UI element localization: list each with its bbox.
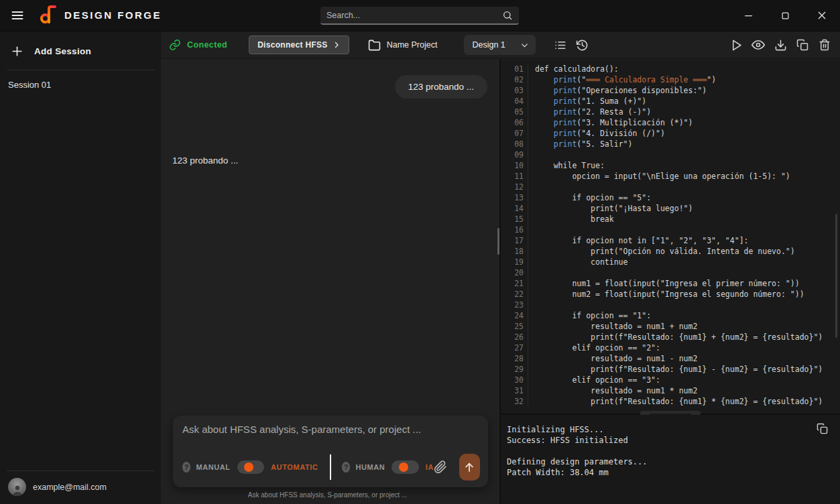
window-controls	[738, 5, 832, 25]
list-view-icon[interactable]	[553, 38, 566, 52]
chat-panel: 123 probando ... 123 probando ... ? MANU…	[161, 59, 499, 504]
code-line: 17 if opcion not in ["1", "2", "3", "4"]…	[506, 235, 840, 246]
user-email: example@mail.com	[33, 483, 107, 492]
code-line: 11 opcion = input("\nElige una operación…	[506, 171, 840, 182]
code-line: 14 print("¡Hasta luego!")	[506, 203, 840, 214]
console-line: Success: HFSS initialized	[507, 435, 840, 446]
human-label: HUMAN	[355, 463, 385, 471]
console-output: Initializing HFSS...Success: HFSS initia…	[507, 424, 840, 478]
composer-hint: Ask about HFSS analysis, S-parameters, o…	[161, 491, 494, 499]
human-ia-toggle[interactable]	[392, 460, 418, 474]
code-editor[interactable]: 01def calculadora():02 print("═══ Calcul…	[501, 60, 840, 414]
minimize-button[interactable]	[738, 5, 758, 25]
code-line: 08 print("5. Salir")	[506, 139, 840, 149]
code-action-controls	[729, 38, 831, 52]
code-line: 04 print("1. Suma (+)")	[506, 96, 840, 107]
toggle-group-divider	[330, 454, 331, 480]
code-line: 27 elif opcion == "2":	[506, 342, 840, 353]
code-line: 16	[506, 225, 840, 235]
download-icon[interactable]	[774, 38, 787, 52]
design-selector[interactable]: Design 1	[464, 35, 536, 55]
chevron-down-icon	[520, 41, 529, 50]
code-line: 05 print("2. Resta (-)")	[506, 107, 840, 117]
chat-input[interactable]	[182, 424, 479, 450]
chat-composer: ? MANUAL AUTOMATIC ? HUMAN IA	[173, 416, 488, 487]
maximize-button[interactable]	[775, 5, 795, 25]
add-session-label: Add Session	[34, 46, 91, 56]
avatar[interactable]	[8, 478, 26, 496]
code-line: 23	[506, 300, 840, 310]
plus-icon	[11, 45, 23, 58]
code-line: 31 resultado = num1 * num2	[506, 385, 840, 396]
toggle-knob	[399, 462, 408, 472]
search-icon[interactable]	[502, 10, 513, 21]
code-line: 22 num2 = float(input("Ingresa el segund…	[506, 289, 840, 300]
hamburger-menu-icon[interactable]	[9, 7, 26, 24]
connection-status-label: Conected	[187, 40, 227, 50]
history-icon[interactable]	[575, 38, 589, 52]
user-message-bubble: 123 probando ...	[395, 75, 487, 99]
composer-controls: ? MANUAL AUTOMATIC ? HUMAN IA	[182, 454, 480, 481]
sidebar-footer: example@mail.com	[0, 470, 161, 504]
app-title: DESIGN FORGE	[64, 9, 162, 21]
code-line: 29 print(f"Resultado: {num1} - {num2} = …	[506, 364, 840, 375]
toggle-knob	[244, 462, 253, 472]
folder-icon	[368, 39, 381, 52]
project-name-control[interactable]: Name Project	[368, 39, 438, 52]
code-line: 09	[506, 149, 840, 160]
project-name-label: Name Project	[387, 40, 438, 50]
automatic-label: AUTOMATIC	[271, 463, 318, 471]
code-line: 26 print(f"Resultado: {num1} + {num2} = …	[506, 332, 840, 342]
human-help-icon[interactable]: ?	[342, 462, 350, 472]
assistant-message: 123 probando ...	[172, 155, 238, 166]
add-session-button[interactable]: Add Session	[0, 32, 161, 70]
copy-code-icon[interactable]	[796, 38, 809, 52]
console-line: Initializing HFSS...	[507, 424, 840, 435]
sidebar: Add Session Session 01 example@mail.com	[0, 32, 161, 504]
send-button[interactable]	[459, 454, 480, 481]
connection-status: Conected	[169, 39, 227, 51]
run-icon[interactable]	[729, 38, 743, 52]
main-toolbar: Conected Disconnect HFSS Name Project De…	[161, 32, 840, 59]
code-line: 10 while True:	[506, 160, 840, 171]
search-bar[interactable]	[320, 7, 519, 25]
disconnect-hfss-button[interactable]: Disconnect HFSS	[249, 36, 349, 54]
code-line: 18 print("Opción no válida. Intenta de n…	[506, 246, 840, 257]
logo-icon	[39, 5, 58, 25]
editor-view-controls	[553, 38, 589, 52]
delete-icon[interactable]	[818, 38, 831, 52]
link-icon	[169, 39, 181, 51]
attachment-paperclip-icon[interactable]	[434, 460, 447, 474]
console-line	[507, 446, 840, 456]
code-lines: 01def calculadora():02 print("═══ Calcul…	[506, 64, 840, 407]
code-line: 28 resultado = num1 - num2	[506, 353, 840, 364]
code-line: 07 print("4. División (/)")	[506, 128, 840, 139]
code-line: 24 if opcion == "1":	[506, 310, 840, 321]
code-line: 01def calculadora():	[506, 64, 840, 74]
code-line: 03 print("Operaciones disponibles:")	[506, 85, 840, 96]
search-input[interactable]	[326, 11, 502, 20]
code-line: 30 elif opcion == "3":	[506, 375, 840, 385]
code-line: 32 print(f"Resultado: {num1} * {num2} = …	[506, 396, 840, 407]
preview-eye-icon[interactable]	[752, 38, 765, 52]
user-account[interactable]: example@mail.com	[0, 471, 161, 504]
app-logo: DESIGN FORGE	[39, 5, 162, 25]
code-line: 02 print("═══ Calculadora Simple ═══")	[506, 74, 840, 85]
console-copy-icon[interactable]	[817, 423, 828, 434]
editor-scrollbar[interactable]	[835, 214, 837, 338]
console-panel: Initializing HFSS...Success: HFSS initia…	[501, 415, 840, 504]
manual-automatic-toggle[interactable]	[237, 460, 264, 474]
code-line: 21 num1 = float(input("Ingresa el primer…	[506, 278, 840, 289]
close-button[interactable]	[812, 5, 832, 25]
chevron-right-icon	[333, 41, 341, 49]
session-list: Session 01	[0, 70, 161, 91]
console-line: Patch Width: 38.04 mm	[507, 467, 840, 478]
manual-label: MANUAL	[196, 463, 230, 471]
manual-help-icon[interactable]: ?	[182, 462, 190, 472]
design-selector-value: Design 1	[472, 40, 505, 50]
top-bar: DESIGN FORGE	[0, 0, 840, 32]
sidebar-item-session[interactable]: Session 01	[0, 78, 161, 91]
disconnect-label: Disconnect HFSS	[257, 40, 328, 50]
code-line: 12	[506, 182, 840, 192]
code-line: 20	[506, 267, 840, 278]
